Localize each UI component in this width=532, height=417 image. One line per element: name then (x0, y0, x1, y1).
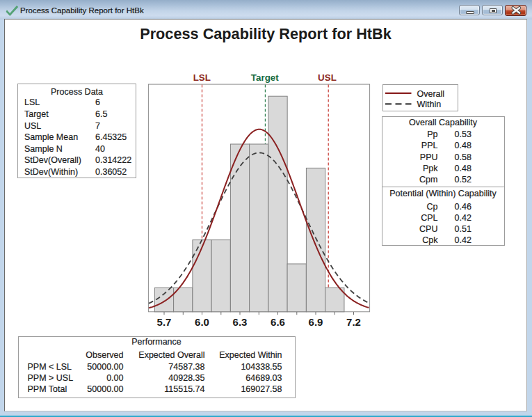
svg-text:6.3: 6.3 (233, 316, 248, 328)
svg-text:LSL: LSL (193, 72, 211, 83)
svg-text:6.9: 6.9 (309, 316, 323, 328)
svg-text:7.2: 7.2 (346, 316, 361, 328)
svg-text:5.7: 5.7 (157, 316, 172, 328)
svg-text:6.6: 6.6 (271, 316, 285, 328)
svg-text:USL: USL (318, 72, 337, 83)
svg-text:Target: Target (251, 72, 279, 83)
svg-text:6.0: 6.0 (195, 316, 209, 328)
